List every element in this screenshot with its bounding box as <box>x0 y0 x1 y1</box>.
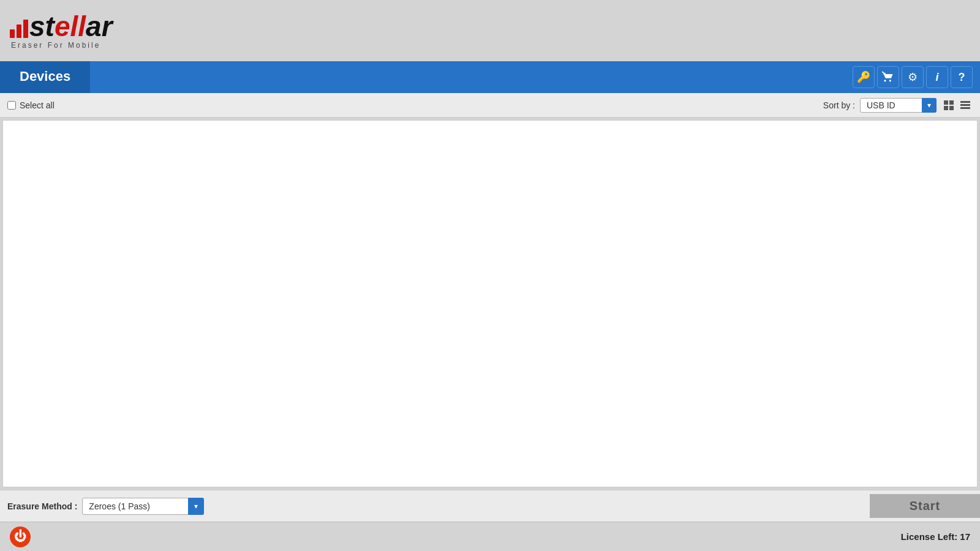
grid-view-button[interactable] <box>941 98 956 113</box>
erasure-select-wrapper: Zeroes (1 Pass) DoD 5220.22-M (3 Pass) G… <box>82 498 204 515</box>
toolbar: Devices 🔑 ⚙ i ? <box>0 61 980 93</box>
logo-bar-1 <box>10 29 15 38</box>
logo-icon <box>10 20 28 40</box>
logo-wordmark: stellar <box>29 12 113 40</box>
help-icon-button[interactable]: ? <box>951 66 973 88</box>
sort-right: Sort by : USB ID Device Name Status ▾ <box>823 98 973 113</box>
header: stellar Eraser For Mobile <box>0 0 980 61</box>
status-bar: ⏻ License Left: 17 <box>0 522 980 551</box>
app-logo: stellar Eraser For Mobile <box>10 12 113 50</box>
svg-rect-5 <box>960 104 970 106</box>
cart-icon-button[interactable] <box>877 66 899 88</box>
svg-rect-3 <box>949 106 954 110</box>
svg-rect-2 <box>944 106 948 110</box>
svg-rect-1 <box>949 100 954 105</box>
device-list <box>2 120 978 487</box>
sort-select-wrapper: USB ID Device Name Status ▾ <box>860 98 937 113</box>
svg-rect-6 <box>960 107 970 109</box>
erasure-method-label: Erasure Method : <box>7 501 77 511</box>
key-icon-button[interactable]: 🔑 <box>853 66 875 88</box>
start-button[interactable]: Start <box>870 494 980 518</box>
sort-bar: Select all Sort by : USB ID Device Name … <box>0 93 980 118</box>
sort-select[interactable]: USB ID Device Name Status <box>860 98 937 113</box>
license-info: License Left: 17 <box>901 531 970 542</box>
logo-bar-2 <box>17 24 21 38</box>
list-view-button[interactable] <box>958 98 973 113</box>
select-all-area: Select all <box>7 100 55 110</box>
view-icons <box>941 98 973 113</box>
power-icon[interactable]: ⏻ <box>10 527 31 547</box>
erasure-method-area: Erasure Method : Zeroes (1 Pass) DoD 522… <box>7 498 204 515</box>
logo-bar-3 <box>23 20 28 38</box>
select-all-checkbox[interactable] <box>7 101 16 110</box>
info-icon-button[interactable]: i <box>926 66 948 88</box>
select-all-label: Select all <box>20 100 55 110</box>
devices-tab[interactable]: Devices <box>0 61 90 93</box>
svg-rect-4 <box>960 101 970 103</box>
toolbar-icons: 🔑 ⚙ i ? <box>853 66 973 88</box>
logo-subtitle: Eraser For Mobile <box>10 41 100 50</box>
svg-rect-0 <box>944 100 948 105</box>
bottom-bar: Erasure Method : Zeroes (1 Pass) DoD 522… <box>0 490 980 522</box>
erasure-method-select[interactable]: Zeroes (1 Pass) DoD 5220.22-M (3 Pass) G… <box>82 498 204 515</box>
sort-by-label: Sort by : <box>823 100 855 110</box>
settings-icon-button[interactable]: ⚙ <box>902 66 924 88</box>
